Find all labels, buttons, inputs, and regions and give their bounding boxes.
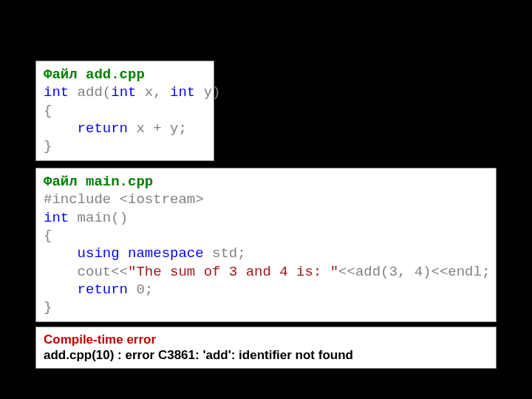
- error-box: Compile-time error add.cpp(10) : error C…: [35, 327, 497, 369]
- kw-namespace: namespace: [128, 245, 204, 262]
- indent: [44, 120, 78, 137]
- file-label: Файл: [44, 174, 86, 190]
- kw-return: return: [78, 120, 128, 137]
- error-title: Compile-time error: [44, 332, 488, 347]
- code-text: x + y;: [128, 120, 187, 137]
- indent: [44, 245, 78, 262]
- code-text: <<add(3, 4)<<endl;: [338, 264, 490, 280]
- string-literal: "The sum of 3 and 4 is: ": [128, 264, 338, 280]
- include-header: <iostream>: [120, 191, 204, 208]
- code-text: y): [195, 84, 220, 100]
- kw-int: int: [44, 84, 69, 100]
- include: #include: [44, 191, 120, 208]
- file-name: main.cpp: [86, 174, 153, 190]
- space: [120, 245, 128, 262]
- indent: [44, 264, 78, 280]
- file-name: add.cpp: [86, 66, 145, 83]
- error-body: add.cpp(10) : error C3861: 'add': identi…: [44, 347, 488, 363]
- kw-int: int: [111, 84, 136, 100]
- code-text: add(: [69, 84, 111, 100]
- code-text: main(): [69, 210, 128, 226]
- brace: {: [44, 228, 52, 244]
- file-label: Файл: [44, 66, 86, 83]
- kw-using: using: [78, 245, 120, 262]
- brace: {: [44, 103, 52, 119]
- kw-int: int: [44, 210, 69, 226]
- kw-return: return: [78, 282, 128, 298]
- code-box-main-cpp: Файл main.cpp #include <iostream> int ma…: [35, 168, 497, 322]
- code-text: cout<<: [78, 264, 128, 280]
- indent: [44, 282, 78, 298]
- kw-int: int: [170, 84, 195, 100]
- code-text: x,: [136, 84, 170, 100]
- brace: }: [44, 299, 52, 316]
- brace: }: [44, 138, 52, 154]
- code-text: std;: [204, 245, 246, 262]
- code-text: 0;: [128, 282, 153, 298]
- code-box-add-cpp: Файл add.cpp int add(int x, int y) { ret…: [35, 61, 214, 161]
